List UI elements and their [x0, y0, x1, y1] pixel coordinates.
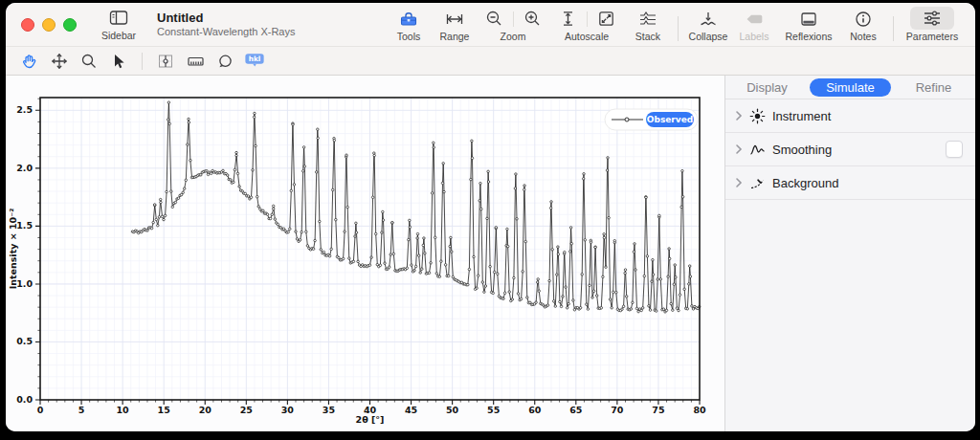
peak-picker-icon[interactable]: [155, 52, 176, 71]
content: 051015202530354045505560657075800.00.51.…: [6, 76, 975, 431]
range-button[interactable]: Range: [432, 7, 478, 45]
svg-text:75: 75: [652, 405, 664, 415]
toolbar-mini-divider: [587, 11, 588, 27]
parameters-button[interactable]: Parameters: [901, 5, 964, 45]
close-button[interactable]: [21, 18, 34, 32]
autoscale-label: Autoscale: [565, 31, 609, 42]
hkl-label-text: hkl: [249, 55, 261, 63]
svg-text:15: 15: [158, 405, 170, 415]
notes-button[interactable]: Notes: [840, 7, 886, 45]
cursor-icon[interactable]: [108, 52, 129, 71]
zoom-in-icon[interactable]: [523, 10, 542, 28]
svg-text:65: 65: [569, 405, 582, 415]
chevron-right-icon[interactable]: [735, 143, 743, 155]
traffic-lights: [21, 18, 77, 32]
pan-hand-icon[interactable]: [19, 52, 40, 71]
autoscale-vertical-icon[interactable]: [559, 10, 577, 28]
stack-button[interactable]: Stack: [625, 7, 671, 45]
autoscale-buttons: Autoscale: [548, 7, 625, 45]
toolbar-mini-divider: [513, 11, 514, 27]
window-subtitle: Constant-Wavelength X-Rays: [157, 26, 296, 39]
sidebar-toggle-button[interactable]: Sidebar: [96, 6, 142, 44]
autoscale-expand-icon[interactable]: [597, 10, 615, 28]
eraser-blob-icon[interactable]: [214, 52, 235, 71]
svg-text:0.5: 0.5: [16, 336, 33, 346]
svg-text:Observed: Observed: [647, 115, 693, 124]
instrument-sun-icon: [749, 108, 766, 124]
zoom-buttons: Zoom: [478, 7, 548, 45]
svg-text:55: 55: [487, 405, 500, 415]
svg-text:30: 30: [281, 405, 295, 415]
svg-text:50: 50: [446, 405, 459, 415]
toolbar-divider: [893, 16, 894, 41]
toolbox-icon: [399, 9, 418, 30]
svg-text:2.5: 2.5: [16, 104, 33, 115]
chevron-right-icon[interactable]: [735, 110, 743, 121]
svg-text:20: 20: [199, 405, 212, 415]
panel-row-label: Smoothing: [772, 143, 832, 157]
panel-row-instrument[interactable]: Instrument: [725, 99, 975, 133]
svg-text:70: 70: [611, 405, 624, 415]
stack-label: Stack: [635, 31, 660, 42]
titlebar: Sidebar Untitled Constant-Wavelength X-R…: [6, 3, 975, 47]
zoom-out-icon[interactable]: [485, 10, 503, 28]
svg-text:1.0: 1.0: [16, 278, 33, 289]
fullscreen-button[interactable]: [63, 18, 77, 32]
labels-button: Labels: [731, 7, 777, 45]
window-title: Untitled: [157, 11, 296, 26]
stack-curves-icon: [638, 9, 657, 30]
chart-svg[interactable]: 051015202530354045505560657075800.00.51.…: [6, 76, 724, 431]
collapse-button[interactable]: Collapse: [685, 7, 731, 45]
ruler-icon[interactable]: [185, 52, 206, 71]
panel-tabs: Display Simulate Refine: [725, 76, 975, 99]
parameters-label: Parameters: [906, 31, 958, 42]
collapse-label: Collapse: [689, 31, 728, 42]
app-window: Sidebar Untitled Constant-Wavelength X-R…: [6, 3, 975, 431]
svg-text:0.0: 0.0: [16, 394, 33, 405]
svg-text:0: 0: [37, 405, 44, 415]
notes-label: Notes: [850, 31, 876, 42]
svg-text:2.0: 2.0: [16, 163, 33, 173]
range-label: Range: [440, 31, 470, 42]
sliders-icon: [910, 7, 954, 30]
svg-text:60: 60: [528, 405, 542, 415]
reflexions-button[interactable]: Reflexions: [777, 7, 840, 45]
svg-text:Intensity × 10⁻²: Intensity × 10⁻²: [8, 209, 18, 290]
sidebar-button-label: Sidebar: [101, 30, 136, 41]
svg-text:1.5: 1.5: [16, 220, 33, 231]
magnify-icon[interactable]: [78, 52, 100, 71]
tab-refine[interactable]: Refine: [892, 80, 975, 95]
toolbar: Tools Range: [386, 5, 975, 45]
toolbar-divider: [678, 16, 679, 41]
move-icon[interactable]: [49, 52, 70, 71]
minimize-button[interactable]: [42, 18, 56, 32]
sidebar-icon: [109, 8, 128, 29]
tab-display[interactable]: Display: [725, 80, 809, 95]
chart-area: 051015202530354045505560657075800.00.51.…: [6, 76, 724, 431]
zoom-label: Zoom: [501, 31, 526, 42]
panel-row-background[interactable]: Background: [725, 166, 975, 200]
smoothing-curve-icon: [749, 142, 766, 158]
svg-text:80: 80: [693, 405, 706, 415]
range-icon: [445, 9, 464, 30]
svg-text:5: 5: [78, 405, 85, 415]
chevron-right-icon[interactable]: [735, 177, 743, 188]
title-block: Untitled Constant-Wavelength X-Rays: [157, 11, 296, 39]
reflexions-label: Reflexions: [785, 31, 832, 42]
info-circle-icon: [854, 9, 873, 30]
background-curve-icon: [749, 175, 766, 191]
svg-text:45: 45: [405, 405, 417, 415]
tools-button[interactable]: Tools: [386, 7, 432, 45]
parameters-panel: Display Simulate Refine: [724, 76, 975, 431]
toolstrip-divider: [142, 53, 143, 70]
reflexions-icon: [799, 9, 818, 30]
svg-text:25: 25: [240, 405, 253, 415]
tab-simulate[interactable]: Simulate: [809, 78, 892, 97]
hkl-labels-icon[interactable]: hkl: [244, 52, 265, 71]
panel-row-label: Background: [772, 176, 838, 190]
svg-text:10: 10: [117, 405, 130, 415]
tool-strip: hkl: [6, 47, 975, 76]
panel-row-smoothing[interactable]: Smoothing: [725, 133, 975, 166]
smoothing-checkbox[interactable]: [946, 141, 963, 158]
tag-icon: [745, 9, 764, 30]
